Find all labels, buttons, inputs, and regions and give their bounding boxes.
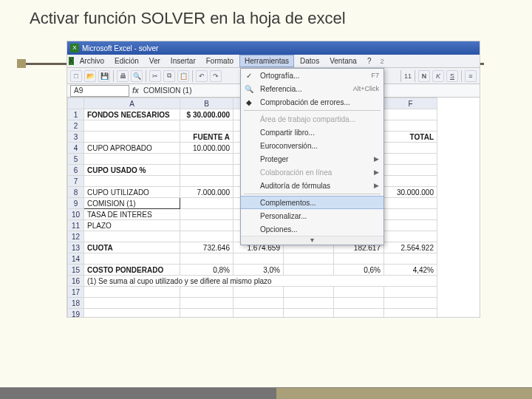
row-header[interactable]: 2 xyxy=(68,120,84,132)
dd-complementos[interactable]: Complementos... xyxy=(241,196,383,209)
bold-button[interactable]: N xyxy=(418,70,430,82)
cell[interactable]: 7.000.000 xyxy=(180,187,233,198)
cell[interactable] xyxy=(384,287,437,298)
cell[interactable] xyxy=(384,298,437,309)
cell[interactable] xyxy=(180,198,233,209)
cell[interactable]: CUOTA xyxy=(84,242,180,253)
menu-ventana[interactable]: Ventana xyxy=(325,55,361,66)
cell[interactable] xyxy=(180,298,233,309)
menu-ver[interactable]: Ver xyxy=(145,55,165,66)
cell[interactable] xyxy=(84,253,180,265)
col-header[interactable]: A xyxy=(84,98,180,109)
cell[interactable] xyxy=(233,298,284,309)
row-header[interactable]: 3 xyxy=(68,132,84,143)
cell[interactable] xyxy=(384,231,437,242)
cell[interactable]: TOTAL xyxy=(384,132,437,143)
cell[interactable] xyxy=(180,253,233,265)
cell[interactable] xyxy=(384,154,437,165)
cell[interactable] xyxy=(284,309,334,318)
row-header[interactable]: 7 xyxy=(68,176,84,187)
cell[interactable]: 10.000.000 xyxy=(180,143,233,154)
cell[interactable] xyxy=(384,220,437,231)
cell[interactable] xyxy=(384,253,437,265)
redo-icon[interactable]: ↷ xyxy=(210,70,222,82)
cell[interactable] xyxy=(84,287,180,298)
cell[interactable]: TASA DE INTERES xyxy=(84,209,180,220)
cell[interactable]: 0,6% xyxy=(334,265,384,276)
cell[interactable] xyxy=(84,176,180,187)
dd-proteger[interactable]: Proteger ▶ xyxy=(241,152,383,166)
cell[interactable] xyxy=(233,253,284,265)
cell[interactable]: (1) Se suma al cupo utilizado y se difie… xyxy=(84,276,437,287)
cell[interactable] xyxy=(384,120,437,132)
cell[interactable] xyxy=(384,143,437,154)
name-box[interactable]: A9 xyxy=(70,85,129,97)
cell[interactable]: 3,0% xyxy=(233,265,284,276)
cell[interactable] xyxy=(384,109,437,120)
dd-ortografia[interactable]: ✓ Ortografía... F7 xyxy=(241,69,383,82)
cell[interactable] xyxy=(180,231,233,242)
cell[interactable] xyxy=(384,309,437,318)
menu-insertar[interactable]: Insertar xyxy=(166,55,200,66)
cell[interactable]: $ 30.000.000 xyxy=(180,109,233,120)
cell[interactable] xyxy=(284,253,334,265)
dd-comprobacion-errores[interactable]: ◆ Comprobación de errores... xyxy=(241,95,383,109)
cell[interactable]: 30.000.000 xyxy=(384,187,437,198)
col-header[interactable]: F xyxy=(384,98,437,109)
cell[interactable] xyxy=(284,298,334,309)
cell[interactable] xyxy=(334,309,384,318)
cell[interactable] xyxy=(384,198,437,209)
dd-opciones[interactable]: Opciones... xyxy=(241,222,383,236)
menu-archivo[interactable]: Archivo xyxy=(75,55,109,66)
row-header[interactable]: 1 xyxy=(68,109,84,120)
cell[interactable]: 732.646 xyxy=(180,242,233,253)
align-button[interactable]: ≡ xyxy=(465,70,477,82)
cell[interactable] xyxy=(284,287,334,298)
cell[interactable] xyxy=(334,287,384,298)
undo-icon[interactable]: ↶ xyxy=(196,70,208,82)
cell[interactable] xyxy=(180,120,233,132)
cell[interactable] xyxy=(284,265,334,276)
save-icon[interactable]: 💾 xyxy=(98,70,110,82)
cell[interactable]: 2.564.922 xyxy=(384,242,437,253)
row-header[interactable]: 19 xyxy=(68,309,84,318)
cell[interactable] xyxy=(334,298,384,309)
preview-icon[interactable]: 🔍 xyxy=(131,70,143,82)
dd-colaboracion[interactable]: Colaboración en línea ▶ xyxy=(241,166,383,179)
new-icon[interactable]: □ xyxy=(70,70,82,82)
formula-content[interactable]: COMISION (1) xyxy=(143,86,192,95)
fx-icon[interactable]: fx xyxy=(132,86,139,95)
cell[interactable] xyxy=(84,154,180,165)
cell[interactable] xyxy=(334,253,384,265)
cell[interactable]: CUPO APROBADO xyxy=(84,143,180,154)
row-header[interactable]: 13 xyxy=(68,242,84,253)
row-header[interactable]: 8 xyxy=(68,187,84,198)
cell[interactable]: PLAZO xyxy=(84,220,180,231)
menu-datos[interactable]: Datos xyxy=(296,55,324,66)
cell[interactable]: CUPO UTILIZADO xyxy=(84,187,180,198)
cell[interactable] xyxy=(384,165,437,176)
cell[interactable] xyxy=(180,154,233,165)
cell[interactable]: FUENTE A xyxy=(180,132,233,143)
select-all-corner[interactable] xyxy=(68,98,84,109)
row-header[interactable]: 15 xyxy=(68,265,84,276)
row-header[interactable]: 5 xyxy=(68,154,84,165)
menu-help[interactable]: ? xyxy=(363,55,376,66)
cell[interactable] xyxy=(180,287,233,298)
row-header[interactable]: 10 xyxy=(68,209,84,220)
cell[interactable] xyxy=(180,309,233,318)
cell[interactable] xyxy=(180,220,233,231)
italic-button[interactable]: K xyxy=(432,70,444,82)
open-icon[interactable]: 📂 xyxy=(84,70,96,82)
cell[interactable] xyxy=(233,309,284,318)
dd-area-trabajo[interactable]: Área de trabajo compartida... xyxy=(241,112,383,126)
cell[interactable]: CUPO USADO % xyxy=(84,165,180,176)
row-header[interactable]: 18 xyxy=(68,298,84,309)
row-header[interactable]: 12 xyxy=(68,231,84,242)
dd-compartir-libro[interactable]: Compartir libro... xyxy=(241,126,383,139)
cell[interactable]: FONDOS NECESARIOS xyxy=(84,109,180,120)
cell[interactable] xyxy=(84,231,180,242)
row-header[interactable]: 6 xyxy=(68,165,84,176)
menu-edicion[interactable]: Edición xyxy=(110,55,143,66)
cell[interactable] xyxy=(84,132,180,143)
